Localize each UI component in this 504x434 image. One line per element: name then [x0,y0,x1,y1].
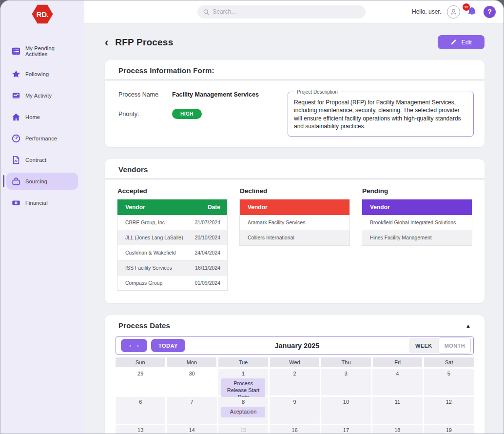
calendar-day-cell[interactable]: 16Deadline [270,425,319,434]
calendar-day-cell[interactable]: 14 [167,425,216,434]
calendar-day-cell[interactable]: 15 [218,425,268,434]
vendors-title: Vendors [118,165,148,174]
calendar-day-cell[interactable]: 3 [321,369,371,395]
calendar-day-cell[interactable]: 4 [372,369,422,395]
topbar-right: Hello, user. 12 ? [412,5,496,19]
sidebar-item-contract[interactable]: Contract [6,151,78,168]
today-button[interactable]: TODAY [151,339,185,352]
notification-badge: 12 [463,3,470,11]
process-info-fields: Process Name Facility Management Service… [118,89,273,137]
vendor-table: VendorDateCBRE Group, Inc.31/07/2024JLL … [117,199,227,291]
sidebar-item-label: Contract [25,157,46,163]
vendor-name-cell: Hines Facility Management [362,230,472,245]
week-view-button[interactable]: WEEK [409,337,439,354]
calendar-day-cell[interactable]: 30 [167,369,216,395]
day-header: Fri [373,357,423,367]
calendar-day-cell[interactable]: 10 [321,397,371,424]
sidebar-item-label: Following [25,71,49,77]
sidebar-nav: My Pending Activities Following My Activ… [0,41,84,211]
day-number: 10 [321,399,371,405]
avatar[interactable] [447,5,460,19]
day-number: 11 [372,399,422,405]
calendar-day-cell[interactable]: 5 [424,369,474,395]
day-number: 17 [321,427,371,433]
page-title: RFP Process [115,37,173,48]
list-icon [11,47,20,56]
day-number: 4 [372,371,422,376]
day-number: 18 [372,427,422,433]
logo[interactable]: RD. [0,4,84,24]
vendor-group-label: Accepted [117,187,227,195]
day-header: Sun [116,357,165,367]
table-row: Cushman & Wakefield24/04/2024 [117,245,227,260]
calendar-day-cell[interactable]: 12 [424,397,474,424]
table-row: Brookfield Global Integrated Solutions [362,215,472,230]
vendor-column-header: Date [185,199,227,215]
vendor-group-label: Declined [240,187,349,195]
process-info-title: Process Information Form: [118,66,214,75]
sidebar-item-label: Sourcing [25,178,47,184]
process-name-label: Process Name [118,91,172,98]
vendor-group-accepted: AcceptedVendorDateCBRE Group, Inc.31/07/… [117,187,227,291]
search-input[interactable] [213,8,360,15]
priority-row: Priority: HIGH [118,109,273,119]
calendar-day-cell[interactable]: 11 [372,397,422,424]
table-row: JLL (Jones Lang LaSalle)20/10/2024 [117,230,227,245]
vendor-name-cell: Cushman & Wakefield [117,245,185,260]
day-header: Mon [167,357,217,367]
calendar-day-cell[interactable]: 9 [270,397,319,424]
star-icon [11,69,20,79]
vendor-group-label: Pending [362,187,472,195]
day-number: 5 [424,371,474,376]
vendor-table: VendorBrookfield Global Integrated Solut… [362,199,472,245]
search-box[interactable] [197,5,366,19]
help-button[interactable]: ? [484,6,496,18]
vendor-date-cell: 20/10/2024 [185,230,227,245]
calendar-prev-next-buttons[interactable]: ‹ › [121,339,147,352]
calendar-day-cell[interactable]: 19 [424,425,474,434]
process-info-body: Process Name Facility Management Service… [105,80,485,147]
sidebar-item-my-activity[interactable]: My Activity [6,87,78,104]
sidebar-item-home[interactable]: Home [6,108,78,125]
collapse-icon[interactable]: ▲ [465,323,471,329]
sidebar-item-following[interactable]: Following [6,65,78,82]
vendor-table: VendorAramark Facility ServicesColliers … [240,199,349,245]
sidebar-item-performance[interactable]: Performance [6,130,78,147]
calendar-day-cell[interactable]: 1Process Release Start Date [218,369,268,395]
calendar-day-cell[interactable]: 18Deadline [372,425,422,434]
main-area: Hello, user. 12 ? ‹ RFP Process Edit [84,0,504,434]
sidebar-item-financial[interactable]: Financial [6,194,78,211]
process-dates-card: Process Dates ▲ ‹ › TODAY January 2025 W… [105,315,485,434]
month-view-button[interactable]: MONTH [439,337,471,354]
vendor-name-cell: Brookfield Global Integrated Solutions [362,215,472,230]
vendor-date-cell: 24/04/2024 [185,245,227,260]
calendar-day-cell[interactable]: 8Aceptación [218,397,268,424]
vendor-name-cell: CBRE Group, Inc. [117,215,185,230]
day-number: 6 [116,399,165,405]
day-number: 13 [116,427,165,433]
calendar-toolbar: ‹ › TODAY January 2025 WEEK MONTH [116,336,474,355]
calendar-day-cell[interactable]: 6 [116,397,165,424]
calendar-day-cell[interactable]: 29 [116,369,165,395]
vendor-date-cell: 01/09/2024 [185,276,227,291]
next-chevron-icon[interactable]: › [137,343,139,349]
vendor-column-header: Vendor [362,199,472,215]
table-row: Aramark Facility Services [240,215,349,230]
page-header: ‹ RFP Process Edit [105,35,485,49]
calendar-day-cell[interactable]: 13 [116,425,165,434]
prev-chevron-icon[interactable]: ‹ [129,343,131,349]
sidebar-item-label: Performance [25,136,57,141]
calendar-day-cell[interactable]: 2 [270,369,319,395]
rd-logo-icon: RD. [32,4,53,24]
calendar-event[interactable]: Aceptación [221,407,265,417]
calendar-day-cell[interactable]: 17 [321,425,371,434]
sidebar-item-sourcing[interactable]: Sourcing [6,173,78,190]
calendar-day-cell[interactable]: 7 [167,397,216,424]
sidebar-item-my-pending-activities[interactable]: My Pending Activities [6,41,78,61]
back-chevron-icon[interactable]: ‹ [105,36,108,48]
vendor-group-declined: DeclinedVendorAramark Facility ServicesC… [240,187,349,245]
edit-button[interactable]: Edit [438,35,485,49]
vendors-card-header: Vendors [105,159,485,179]
vendors-body: AcceptedVendorDateCBRE Group, Inc.31/07/… [105,179,485,303]
notifications-button[interactable]: 12 [465,5,479,19]
